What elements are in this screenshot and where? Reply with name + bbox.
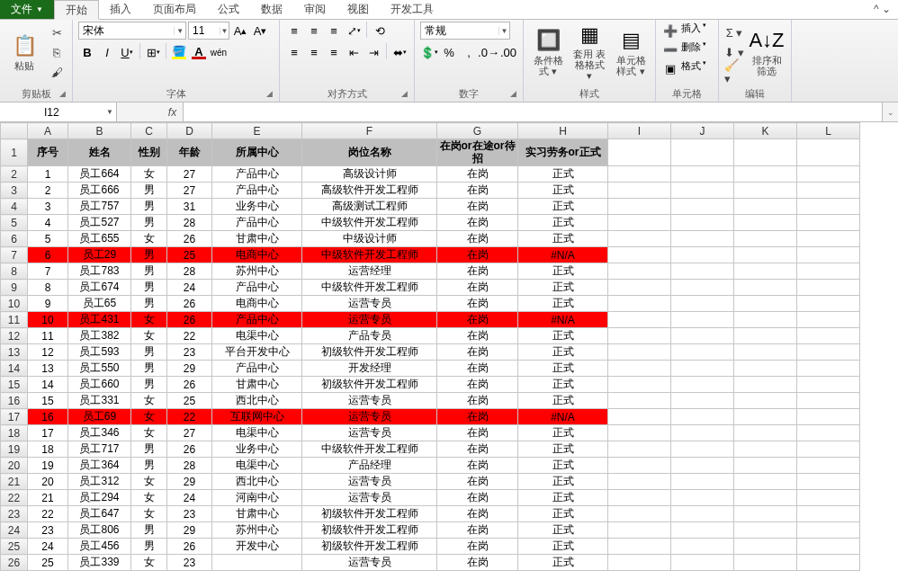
select-all-corner[interactable] — [1, 123, 28, 139]
row-header[interactable]: 19 — [1, 441, 28, 458]
underline-button[interactable]: U▾ — [118, 43, 136, 61]
cell[interactable]: 3 — [28, 199, 68, 215]
cell[interactable]: 男 — [131, 361, 167, 377]
cell[interactable] — [734, 296, 797, 312]
cell[interactable]: 7 — [28, 263, 68, 280]
cell[interactable]: 20 — [28, 474, 68, 490]
cell[interactable]: 苏州中心 — [212, 522, 302, 539]
cell[interactable]: 27 — [167, 425, 212, 441]
cell[interactable]: 在岗 — [437, 393, 518, 409]
cell[interactable]: 员工346 — [68, 425, 131, 441]
cell[interactable]: 运营专员 — [302, 474, 437, 490]
cell[interactable]: 产品中心 — [212, 280, 302, 296]
cell[interactable]: 运营专员 — [302, 312, 437, 328]
cell[interactable]: 正式 — [518, 263, 608, 280]
cell[interactable]: 开发中心 — [212, 539, 302, 555]
cell[interactable] — [671, 539, 734, 555]
cell[interactable]: 22 — [167, 409, 212, 425]
cell[interactable]: 电渠中心 — [212, 425, 302, 441]
cell[interactable]: 平台开发中心 — [212, 344, 302, 361]
cell[interactable] — [608, 166, 671, 183]
cell[interactable]: 员工655 — [68, 231, 131, 247]
row-header[interactable]: 2 — [1, 166, 28, 183]
cell[interactable]: 在岗 — [437, 312, 518, 328]
cell[interactable]: 产品经理 — [302, 458, 437, 474]
cell[interactable]: 正式 — [518, 490, 608, 506]
font-name-combo[interactable]: ▼ — [78, 22, 186, 40]
cell[interactable]: 电商中心 — [212, 247, 302, 263]
cell[interactable] — [734, 377, 797, 393]
cell[interactable] — [608, 506, 671, 522]
cell[interactable]: 运营专员 — [302, 555, 437, 571]
number-format-input[interactable] — [421, 24, 498, 37]
align-top-button[interactable]: ≡ — [285, 22, 303, 40]
cell[interactable]: 23 — [167, 506, 212, 522]
cell[interactable]: 运营专员 — [302, 425, 437, 441]
cell[interactable]: 女 — [131, 474, 167, 490]
row-header[interactable]: 22 — [1, 490, 28, 506]
name-box-input[interactable] — [0, 106, 103, 119]
cell[interactable]: 开发经理 — [302, 361, 437, 377]
cell[interactable]: 5 — [28, 231, 68, 247]
cell[interactable]: 25 — [167, 247, 212, 263]
cell[interactable] — [608, 280, 671, 296]
cell[interactable]: 23 — [28, 522, 68, 539]
cell[interactable]: 男 — [131, 458, 167, 474]
increase-decimal-button[interactable]: .0→ — [480, 43, 498, 61]
cell[interactable]: 男 — [131, 344, 167, 361]
cell[interactable] — [797, 231, 860, 247]
cell[interactable] — [608, 328, 671, 344]
cell[interactable] — [608, 393, 671, 409]
cell[interactable] — [797, 361, 860, 377]
cell[interactable] — [671, 263, 734, 280]
cell[interactable] — [671, 506, 734, 522]
cell[interactable]: 在岗 — [437, 296, 518, 312]
wrap-text-button[interactable]: ⟲ — [371, 22, 389, 40]
paste-button[interactable]: 📋 粘贴 — [5, 22, 43, 81]
cell[interactable]: 在岗 — [437, 522, 518, 539]
cell[interactable] — [608, 296, 671, 312]
cell[interactable]: 28 — [167, 215, 212, 231]
cell[interactable]: 在岗 — [437, 555, 518, 571]
cell[interactable] — [734, 393, 797, 409]
cell[interactable] — [734, 425, 797, 441]
row-header[interactable]: 10 — [1, 296, 28, 312]
cell[interactable] — [608, 247, 671, 263]
orientation-button[interactable]: ⤢▾ — [345, 22, 363, 40]
cell[interactable]: 在岗 — [437, 199, 518, 215]
tab-7[interactable]: 开发工具 — [380, 0, 445, 19]
font-launcher[interactable]: ◢ — [266, 89, 277, 100]
row-header[interactable]: 7 — [1, 247, 28, 263]
cell[interactable]: 中级软件开发工程师 — [302, 280, 437, 296]
expand-formula-bar[interactable]: ⌄ — [882, 102, 898, 121]
cell[interactable]: 正式 — [518, 393, 608, 409]
format-as-table-button[interactable]: ▦ 套用 表格格式 ▾ — [570, 22, 608, 81]
cell[interactable]: 在岗 — [437, 231, 518, 247]
cell[interactable] — [671, 215, 734, 231]
cell[interactable]: 在岗or在途or待招 — [437, 139, 518, 166]
cell[interactable]: 25 — [167, 393, 212, 409]
tab-1[interactable]: 插入 — [99, 0, 142, 19]
cell[interactable] — [797, 539, 860, 555]
cell[interactable]: 初级软件开发工程师 — [302, 344, 437, 361]
row-header[interactable]: 9 — [1, 280, 28, 296]
row-header[interactable]: 8 — [1, 263, 28, 280]
delete-cells-button[interactable]: ➖ — [661, 40, 679, 58]
cell[interactable]: 产品中心 — [212, 183, 302, 199]
cell[interactable]: 正式 — [518, 441, 608, 458]
cell[interactable]: 11 — [28, 328, 68, 344]
cell[interactable]: 运营专员 — [302, 296, 437, 312]
cell[interactable] — [608, 377, 671, 393]
cell[interactable]: 员工69 — [68, 409, 131, 425]
cell[interactable] — [671, 393, 734, 409]
sort-filter-button[interactable]: A↓Z 排序和筛选 — [748, 22, 786, 81]
cell[interactable]: 实习劳务or正式 — [518, 139, 608, 166]
cell[interactable]: #N/A — [518, 409, 608, 425]
cell[interactable] — [797, 215, 860, 231]
col-header-K[interactable]: K — [734, 123, 797, 139]
cell[interactable] — [608, 425, 671, 441]
tab-2[interactable]: 页面布局 — [142, 0, 207, 19]
cell[interactable]: 中级软件开发工程师 — [302, 215, 437, 231]
cell-styles-button[interactable]: ▤ 单元格样式 ▾ — [612, 22, 650, 81]
cell[interactable]: 23 — [167, 344, 212, 361]
